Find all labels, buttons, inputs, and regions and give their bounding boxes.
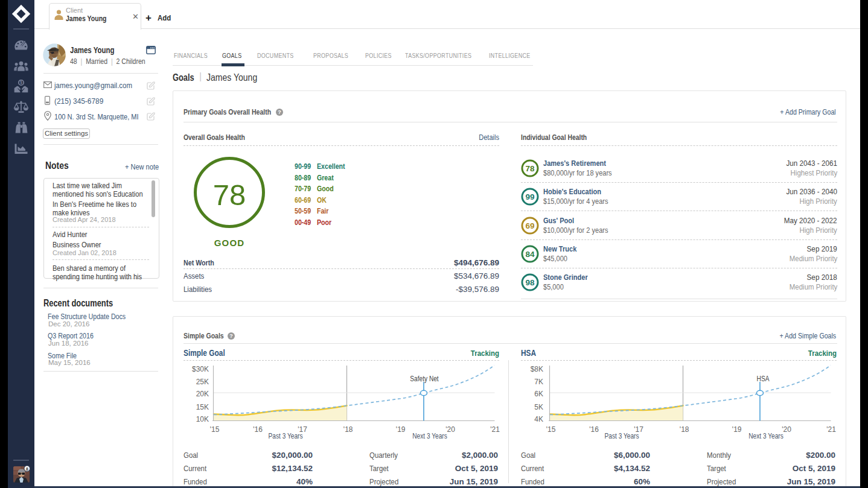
svg-text:84: 84 <box>525 250 535 259</box>
svg-text:$: $ <box>20 80 22 85</box>
svg-text:99: 99 <box>525 192 534 201</box>
svg-text:98: 98 <box>525 278 535 287</box>
svg-text:78: 78 <box>213 179 246 211</box>
svg-text:8: 8 <box>26 466 28 472</box>
svg-text:78: 78 <box>525 164 535 173</box>
svg-text:69: 69 <box>525 221 534 230</box>
